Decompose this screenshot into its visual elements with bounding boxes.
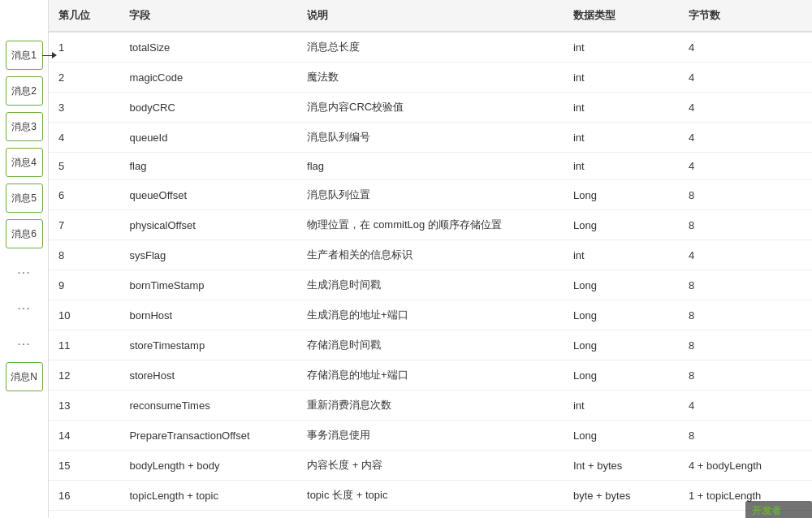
cell-9-index: 10: [49, 300, 119, 330]
cell-8-desc: 生成消息时间戳: [297, 270, 564, 300]
cell-2-type: int: [564, 93, 679, 123]
sidebar-item-1: 消息2: [6, 76, 43, 106]
cell-15-field: topicLength + topic: [119, 481, 297, 511]
table-row: 4queueId消息队列编号int4: [49, 123, 812, 153]
cell-5-bytes: 8: [679, 180, 812, 210]
cell-16-type: Short + bytes: [564, 511, 679, 519]
cell-13-desc: 事务消息使用: [297, 421, 564, 451]
cell-12-type: int: [564, 391, 679, 421]
cell-2-desc: 消息内容CRC校验值: [297, 93, 564, 123]
cell-16-index: 17: [49, 511, 119, 519]
cell-11-bytes: 8: [679, 360, 812, 391]
cell-13-index: 14: [49, 421, 119, 451]
cell-9-bytes: 8: [679, 300, 812, 330]
cell-0-index: 1: [49, 32, 119, 63]
cell-4-desc: flag: [297, 153, 564, 180]
table-row: 11storeTimestamp存储消息时间戳Long8: [49, 330, 812, 360]
cell-14-bytes: 4 + bodyLength: [679, 451, 812, 481]
table-row: 12storeHost存储消息的地址+端口Long8: [49, 360, 812, 391]
cell-1-type: int: [564, 63, 679, 93]
cell-3-type: int: [564, 123, 679, 153]
cell-3-desc: 消息队列编号: [297, 123, 564, 153]
table-row: 13reconsumeTimes重新消费消息次数int4: [49, 391, 812, 421]
watermark-highlight: 者: [771, 505, 781, 516]
cell-10-desc: 存储消息时间戳: [297, 330, 564, 360]
cell-0-type: int: [564, 32, 679, 63]
cell-10-type: Long: [564, 330, 679, 360]
cell-7-bytes: 4: [679, 240, 812, 270]
sidebar-item-5: 消息6: [6, 219, 43, 248]
cell-1-index: 2: [49, 63, 119, 93]
sidebar-item-8: ...: [6, 326, 43, 356]
cell-11-type: Long: [564, 360, 679, 391]
cell-0-bytes: 4: [679, 32, 812, 63]
cell-2-bytes: 4: [679, 93, 812, 123]
cell-1-desc: 魔法数: [297, 63, 564, 93]
cell-16-field: propertiesLength + properties: [119, 511, 297, 519]
cell-7-index: 8: [49, 240, 119, 270]
cell-4-bytes: 4: [679, 153, 812, 180]
table-row: 1totalSize消息总长度int4: [49, 32, 812, 63]
cell-11-desc: 存储消息的地址+端口: [297, 360, 564, 391]
cell-7-type: int: [564, 240, 679, 270]
col-header-3: 数据类型: [564, 0, 679, 32]
col-header-4: 字节数: [679, 0, 812, 32]
cell-6-desc: 物理位置，在 commitLog 的顺序存储位置: [297, 210, 564, 240]
cell-8-index: 9: [49, 270, 119, 300]
cell-3-index: 4: [49, 123, 119, 153]
table-row: 6queueOffset消息队列位置Long8: [49, 180, 812, 210]
cell-1-bytes: 4: [679, 63, 812, 93]
cell-7-field: sysFlag: [119, 240, 297, 270]
cell-12-desc: 重新消费消息次数: [297, 391, 564, 421]
table-row: 17propertiesLength + properties拓展字段长度+拓展…: [49, 511, 812, 519]
cell-6-type: Long: [564, 210, 679, 240]
cell-16-desc: 拓展字段长度+拓展字段: [297, 511, 564, 519]
cell-5-desc: 消息队列位置: [297, 180, 564, 210]
cell-4-type: int: [564, 153, 679, 180]
cell-14-index: 15: [49, 451, 119, 481]
sidebar-item-9: 消息N: [6, 362, 43, 391]
arrow-indicator: [42, 52, 57, 58]
cell-8-type: Long: [564, 270, 679, 300]
cell-13-bytes: 8: [679, 421, 812, 451]
cell-2-field: bodyCRC: [119, 93, 297, 123]
sidebar: 消息1消息2消息3消息4消息5消息6.........消息N: [0, 0, 49, 518]
col-header-1: 字段: [119, 0, 297, 32]
cell-5-index: 6: [49, 180, 119, 210]
cell-12-field: reconsumeTimes: [119, 391, 297, 421]
cell-14-desc: 内容长度 + 内容: [297, 451, 564, 481]
col-header-2: 说明: [297, 0, 564, 32]
cell-11-index: 12: [49, 360, 119, 391]
cell-11-field: storeHost: [119, 360, 297, 391]
table-body: 1totalSize消息总长度int42magicCode魔法数int43bod…: [49, 32, 812, 518]
cell-0-field: totalSize: [119, 32, 297, 63]
cell-6-bytes: 8: [679, 210, 812, 240]
cell-13-type: Long: [564, 421, 679, 451]
table-row: 16topicLength + topictopic 长度 + topicbyt…: [49, 481, 812, 511]
data-table: 第几位字段说明数据类型字节数 1totalSize消息总长度int42magic…: [49, 0, 812, 518]
cell-7-desc: 生产者相关的信息标识: [297, 240, 564, 270]
table-row: 5flagflagint4: [49, 153, 812, 180]
page-wrapper: 消息1消息2消息3消息4消息5消息6.........消息N 第几位字段说明数据…: [0, 0, 812, 518]
sidebar-item-3: 消息4: [6, 148, 43, 177]
table-row: 2magicCode魔法数int4: [49, 63, 812, 93]
table-row: 9bornTimeStamp生成消息时间戳Long8: [49, 270, 812, 300]
watermark: 开发者 DevZe.Com: [745, 501, 812, 518]
sidebar-item-0: 消息1: [6, 41, 43, 70]
cell-8-bytes: 8: [679, 270, 812, 300]
sidebar-item-7: ...: [6, 291, 43, 320]
sidebar-item-2: 消息3: [6, 112, 43, 141]
table-row: 8sysFlag生产者相关的信息标识int4: [49, 240, 812, 270]
cell-5-field: queueOffset: [119, 180, 297, 210]
cell-0-desc: 消息总长度: [297, 32, 564, 63]
cell-10-bytes: 8: [679, 330, 812, 360]
table-row: 10bornHost生成消息的地址+端口Long8: [49, 300, 812, 330]
table-header-row: 第几位字段说明数据类型字节数: [49, 0, 812, 32]
cell-12-bytes: 4: [679, 391, 812, 421]
cell-12-index: 13: [49, 391, 119, 421]
cell-9-type: Long: [564, 300, 679, 330]
cell-3-bytes: 4: [679, 123, 812, 153]
sidebar-item-6: ...: [6, 255, 43, 284]
table-row: 15bodyLength + body内容长度 + 内容Int + bytes4…: [49, 451, 812, 481]
cell-9-field: bornHost: [119, 300, 297, 330]
